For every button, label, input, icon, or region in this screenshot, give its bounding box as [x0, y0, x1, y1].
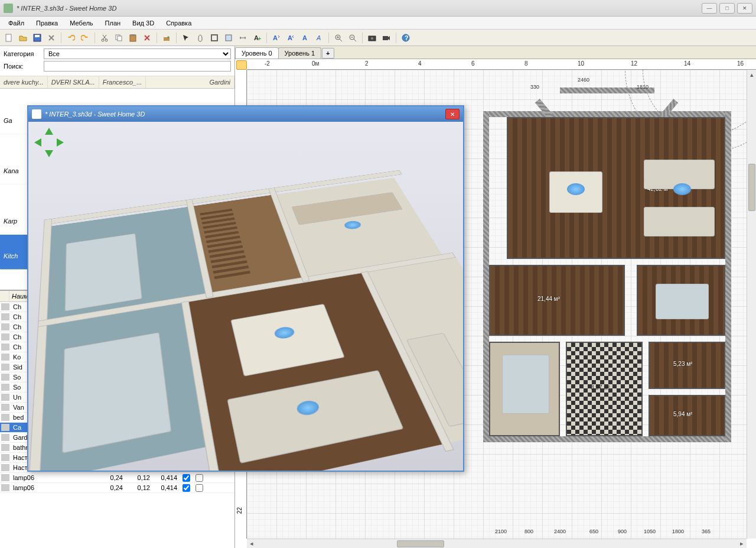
pan-icon[interactable]: [194, 31, 207, 44]
svg-point-21: [371, 37, 373, 40]
row-icon: [1, 323, 9, 330]
svg-text:A: A: [273, 34, 278, 41]
room-897[interactable]: 8,97 м²: [566, 342, 643, 436]
lock-icon[interactable]: [236, 60, 247, 70]
create-text-icon[interactable]: A+: [250, 31, 263, 44]
text-italic-icon[interactable]: A: [312, 31, 325, 44]
svg-rect-8: [131, 34, 135, 36]
visible-checkbox[interactable]: [183, 474, 190, 482]
svg-text:A: A: [316, 34, 321, 41]
room-area: 5,94 м²: [673, 411, 692, 417]
nav-up-icon[interactable]: [45, 128, 53, 135]
catalog-col-4[interactable]: Gardini: [146, 76, 234, 88]
movable-checkbox[interactable]: [195, 474, 203, 482]
menu-furniture[interactable]: Мебель: [64, 18, 99, 28]
create-dimension-icon[interactable]: [236, 31, 249, 44]
dimension-label: 2100: [495, 528, 507, 534]
zoom-out-icon[interactable]: [346, 31, 359, 44]
ruler-mark: -2: [265, 60, 270, 67]
close-button[interactable]: ✕: [737, 3, 752, 14]
row-icon: [1, 364, 9, 371]
row-icon: [1, 374, 9, 381]
room-594[interactable]: 5,94 м²: [649, 395, 725, 436]
select-icon[interactable]: [180, 31, 193, 44]
catalog-col-2[interactable]: DVERI SKLA...: [48, 76, 99, 88]
app-icon: [4, 4, 13, 13]
room-523[interactable]: 5,23 м²: [649, 342, 725, 389]
nav-left-icon[interactable]: [34, 138, 41, 147]
room-living[interactable]: Гостиная 42,02 м²: [507, 117, 725, 259]
delete-icon[interactable]: [141, 31, 154, 44]
view3d-canvas[interactable]: [28, 122, 463, 471]
svg-text:A: A: [288, 34, 292, 41]
nav-widget: [34, 128, 64, 157]
add-furniture-icon[interactable]: [160, 31, 173, 44]
row-icon: [1, 394, 9, 401]
catalog-col-1[interactable]: dvere kuchy...: [0, 76, 48, 88]
add-level-button[interactable]: +: [322, 48, 334, 59]
nav-down-icon[interactable]: [45, 150, 53, 157]
level-tab-1[interactable]: Уровень 1: [278, 47, 322, 59]
photo-icon[interactable]: [366, 31, 379, 44]
dimension-label: 2460: [578, 77, 589, 83]
search-input[interactable]: [44, 61, 231, 72]
v-scroll-thumb[interactable]: [748, 164, 755, 211]
redo-icon[interactable]: [79, 31, 92, 44]
row-icon: [1, 414, 9, 421]
view3d-window[interactable]: * INTER_3.sh3d - Sweet Home 3D ✕: [27, 105, 464, 472]
view3d-close-button[interactable]: ✕: [445, 109, 460, 119]
catalog-col-3[interactable]: Francesco_...: [99, 76, 146, 88]
video-icon[interactable]: [380, 31, 393, 44]
category-select[interactable]: Все: [44, 48, 231, 59]
category-label: Категория: [4, 50, 44, 57]
text-bigger-icon[interactable]: A: [270, 31, 283, 44]
save-icon[interactable]: [31, 31, 44, 44]
menu-edit[interactable]: Правка: [30, 18, 64, 28]
text-bold-icon[interactable]: A: [298, 31, 311, 44]
ruler-mark: 6: [471, 60, 475, 67]
menu-plan[interactable]: План: [99, 18, 127, 28]
visible-checkbox[interactable]: [183, 484, 190, 492]
help-icon[interactable]: ?: [399, 31, 412, 44]
menu-help[interactable]: Справка: [160, 18, 197, 28]
zoom-in-icon[interactable]: [332, 31, 345, 44]
h-scrollbar[interactable]: ◂ ▸: [247, 539, 747, 548]
maximize-button[interactable]: □: [719, 3, 735, 14]
table-row[interactable]: lamp060,240,120,414: [0, 483, 234, 493]
text-smaller-icon[interactable]: A: [284, 31, 297, 44]
h-scroll-thumb[interactable]: [397, 540, 444, 547]
room-857[interactable]: 8,57 м²: [637, 265, 725, 336]
room-16[interactable]: 16,01 м²: [489, 342, 560, 436]
svg-rect-11: [226, 35, 232, 41]
minimize-button[interactable]: —: [702, 3, 717, 14]
ruler-mark: 22: [236, 507, 243, 514]
scroll-up-icon[interactable]: ▴: [747, 70, 756, 79]
nav-right-icon[interactable]: [57, 138, 64, 147]
room-area: 21,44 м²: [537, 296, 560, 302]
scroll-right-icon[interactable]: ▸: [737, 539, 747, 549]
app-icon: [32, 109, 41, 119]
paste-icon[interactable]: [126, 31, 139, 44]
menu-view3d[interactable]: Вид 3D: [126, 18, 160, 28]
movable-checkbox[interactable]: [195, 484, 203, 492]
cut-icon[interactable]: [98, 31, 111, 44]
room-area: 8,97 м²: [591, 384, 610, 391]
svg-rect-0: [6, 34, 11, 41]
ruler-mark: 16: [737, 60, 744, 67]
copy-icon[interactable]: [112, 31, 125, 44]
scroll-left-icon[interactable]: ◂: [247, 539, 256, 549]
open-icon[interactable]: [17, 31, 30, 44]
create-walls-icon[interactable]: [208, 31, 221, 44]
cell-n3: 0,414: [152, 484, 180, 491]
table-row[interactable]: lamp060,240,120,414: [0, 473, 234, 483]
ruler-mark: 10: [578, 60, 584, 67]
menu-file[interactable]: Файл: [2, 18, 30, 28]
create-room-icon[interactable]: [222, 31, 235, 44]
new-icon[interactable]: [2, 31, 15, 44]
undo-icon[interactable]: [64, 31, 77, 44]
level-tab-0[interactable]: Уровень 0: [235, 47, 279, 59]
preferences-icon[interactable]: [45, 31, 58, 44]
v-scrollbar[interactable]: ▴: [747, 70, 756, 539]
room-21[interactable]: 21,44 м²: [489, 265, 625, 336]
view3d-titlebar[interactable]: * INTER_3.sh3d - Sweet Home 3D ✕: [28, 106, 463, 122]
